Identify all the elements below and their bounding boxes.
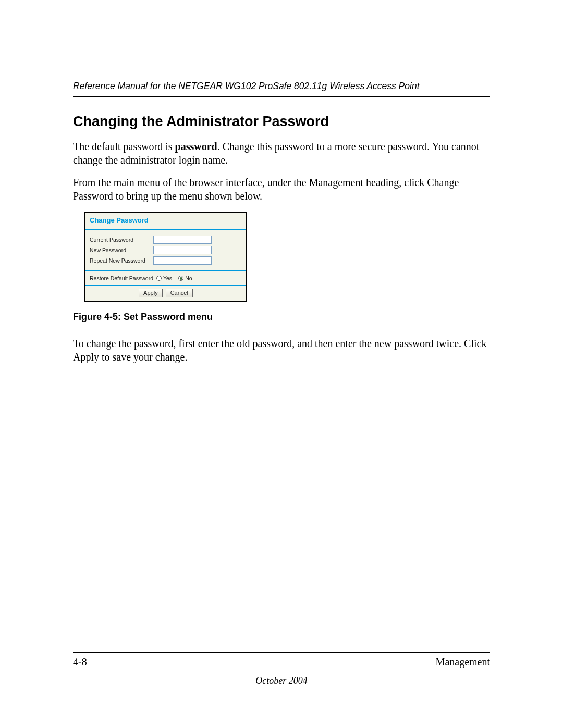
paragraph-1-bold: password <box>175 141 217 152</box>
document-page: Reference Manual for the NETGEAR WG102 P… <box>0 0 563 728</box>
page-footer: 4-8 Management October 2004 <box>73 652 490 686</box>
restore-default-row: Restore Default Password Yes No <box>85 271 246 286</box>
panel-title: Change Password <box>85 213 246 230</box>
paragraph-3: To change the password, first enter the … <box>73 337 490 364</box>
apply-button[interactable]: Apply <box>139 289 163 297</box>
figure-change-password-panel: Change Password Current Password New Pas… <box>84 212 247 302</box>
figure-caption: Figure 4-5: Set Password menu <box>73 312 490 323</box>
footer-section-name: Management <box>436 656 490 668</box>
restore-default-label: Restore Default Password <box>90 275 153 281</box>
radio-icon <box>178 276 183 281</box>
footer-line: 4-8 Management <box>73 656 490 668</box>
footer-rule <box>73 652 490 653</box>
footer-date: October 2004 <box>73 675 490 686</box>
current-password-label: Current Password <box>90 237 153 243</box>
new-password-input[interactable] <box>153 246 212 254</box>
current-password-input[interactable] <box>153 236 212 244</box>
paragraph-2: From the main menu of the browser interf… <box>73 176 490 203</box>
repeat-new-password-input[interactable] <box>153 256 212 265</box>
paragraph-1-text-a: The default password is <box>73 141 175 152</box>
running-header: Reference Manual for the NETGEAR WG102 P… <box>73 81 490 97</box>
password-fields-section: Current Password New Password Repeat New… <box>85 230 246 271</box>
repeat-new-password-row: Repeat New Password <box>90 255 242 266</box>
restore-yes-radio[interactable]: Yes <box>156 275 172 281</box>
page-number: 4-8 <box>73 656 87 668</box>
paragraph-1: The default password is password. Change… <box>73 140 490 167</box>
new-password-label: New Password <box>90 247 153 253</box>
current-password-row: Current Password <box>90 235 242 245</box>
restore-no-radio[interactable]: No <box>178 275 192 281</box>
cancel-button[interactable]: Cancel <box>166 289 193 297</box>
panel-button-row: Apply Cancel <box>85 286 246 301</box>
restore-no-label: No <box>185 275 192 281</box>
radio-icon <box>156 276 162 281</box>
repeat-new-password-label: Repeat New Password <box>90 257 153 264</box>
restore-yes-label: Yes <box>163 275 172 281</box>
section-heading: Changing the Administrator Password <box>73 114 490 130</box>
new-password-row: New Password <box>90 245 242 255</box>
